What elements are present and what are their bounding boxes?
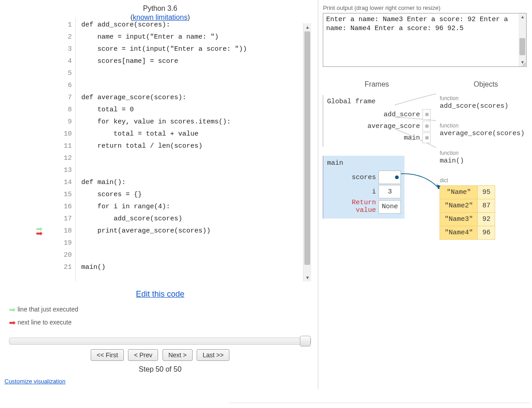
line-number: 15 — [49, 189, 72, 201]
var-i-value: 3 — [378, 185, 401, 198]
var-i-label: i — [327, 188, 378, 196]
object-func-3: function main() — [440, 150, 532, 165]
line-number: 12 — [49, 152, 72, 164]
var-pointer-box — [422, 109, 431, 120]
scroll-up-icon[interactable]: ▲ — [303, 23, 311, 31]
dict-key: "Name2" — [440, 199, 478, 213]
viz-pane: Print output (drag lower right corner to… — [318, 0, 532, 389]
arrow-red-icon: ➡ — [9, 318, 16, 327]
next-button[interactable]: Next > — [163, 349, 193, 361]
code-line — [81, 249, 311, 261]
code-line: scores[name] = score — [81, 55, 311, 67]
object-dict: dict "Name"95"Name2"87"Name3"92"Name4"96 — [440, 177, 532, 240]
scroll-thumb[interactable] — [304, 31, 310, 265]
dict-value: 87 — [478, 199, 495, 213]
code-line: score = int(input("Enter a score: ")) — [81, 43, 311, 55]
output-content: Enter a name: Name3 Enter a score: 92 En… — [326, 15, 523, 34]
main-frame: main scores i 3 Returnvalue None — [323, 156, 404, 219]
global-frame-title: Global frame — [327, 98, 431, 105]
code-scrollbar[interactable]: ▲ ▼ — [303, 23, 311, 281]
line-number: 20 — [49, 249, 72, 261]
output-label: Print output (drag lower right corner to… — [323, 4, 532, 11]
return-value: None — [378, 200, 401, 214]
line-number: 1 — [49, 19, 72, 31]
scroll-down-icon[interactable]: ▼ — [519, 59, 526, 66]
var-scores-label: scores — [327, 174, 378, 181]
scroll-thumb[interactable] — [519, 38, 525, 55]
line-number: 14 — [49, 176, 72, 189]
first-button[interactable]: << First — [91, 349, 123, 361]
dict-key: "Name" — [440, 186, 478, 199]
objects-header: Objects — [440, 80, 532, 88]
frames-header: Frames — [323, 80, 431, 88]
code-line: def average_score(scores): — [81, 92, 311, 104]
code-line — [81, 79, 311, 92]
code-line — [81, 67, 311, 79]
line-number: 5 — [49, 67, 72, 79]
dict-row: "Name3"92 — [440, 213, 495, 226]
scroll-up-icon[interactable]: ▲ — [519, 13, 526, 21]
line-number: 21 — [49, 261, 72, 273]
customize-link[interactable]: Customize visualization — [4, 378, 66, 385]
code-line: def add_score(scores): — [81, 19, 311, 31]
frames-objects: Frames Global frame add_scoreaverage_sco… — [323, 80, 532, 240]
code-line: total = total + value — [81, 128, 311, 140]
line-number: 16 — [49, 201, 72, 213]
slider-thumb[interactable] — [300, 336, 311, 347]
code-line: scores = {} — [81, 189, 311, 201]
line-number: 6 — [49, 79, 72, 92]
step-slider[interactable] — [9, 338, 311, 345]
legend-executed: line that just executed — [18, 306, 78, 313]
line-number: 18 — [49, 225, 72, 237]
output-scrollbar[interactable]: ▲ ▼ — [519, 13, 526, 66]
code-line: print(average_score(scores)) — [81, 225, 311, 237]
line-number: 17 — [49, 213, 72, 225]
step-controls: << First < Prev Next > Last >> — [4, 349, 316, 361]
line-number: 10 — [49, 128, 72, 140]
code-area: ➡➡ 123456789101112131415161718192021 def… — [49, 23, 311, 281]
dict-key: "Name4" — [440, 226, 478, 240]
code-line: for key, value in scores.items(): — [81, 116, 311, 128]
object-func-2: function average_score(scores) — [440, 123, 532, 137]
arrow-green-icon: ➡ — [9, 305, 16, 314]
edit-code-link[interactable]: Edit this code — [136, 290, 185, 298]
code-line: return total / len(scores) — [81, 140, 311, 152]
dict-row: "Name4"96 — [440, 226, 495, 240]
line-number: 19 — [49, 237, 72, 249]
global-var-row: add_score — [327, 109, 431, 120]
scroll-down-icon[interactable]: ▼ — [303, 274, 311, 281]
legend: ➡ line that just executed ➡ next line to… — [9, 303, 316, 329]
dict-key: "Name3" — [440, 213, 478, 226]
last-button[interactable]: Last >> — [197, 349, 229, 361]
line-number: 4 — [49, 55, 72, 67]
global-frame: Global frame add_scoreaverage_scoremain — [323, 95, 431, 147]
code-content: def add_score(scores): name = input("Ent… — [76, 18, 311, 281]
dict-table: "Name"95"Name2"87"Name3"92"Name4"96 — [440, 185, 495, 240]
step-label: Step 50 of 50 — [4, 365, 316, 373]
dict-value: 96 — [478, 226, 495, 240]
line-number: 8 — [49, 104, 72, 116]
legend-next: next line to execute — [18, 319, 72, 326]
prev-button[interactable]: < Prev — [128, 349, 158, 361]
line-number: 7 — [49, 92, 72, 104]
var-pointer-box — [422, 121, 431, 132]
code-line: for i in range(4): — [81, 201, 311, 213]
code-line — [81, 164, 311, 176]
line-number: 2 — [49, 31, 72, 43]
dict-row: "Name"95 — [440, 186, 495, 199]
return-label: Returnvalue — [327, 199, 378, 214]
var-name: add_score — [327, 111, 422, 118]
var-name: main — [327, 134, 422, 142]
dict-value: 92 — [478, 213, 495, 226]
var-scores-box — [378, 171, 401, 184]
code-line — [81, 237, 311, 249]
code-line: total = 0 — [81, 104, 311, 116]
main-frame-title: main — [327, 159, 401, 167]
output-box[interactable]: Enter a name: Name3 Enter a score: 92 En… — [323, 13, 527, 67]
line-number: 3 — [49, 43, 72, 55]
dict-value: 95 — [478, 186, 495, 199]
line-number: 9 — [49, 116, 72, 128]
dict-row: "Name2"87 — [440, 199, 495, 213]
code-line — [81, 152, 311, 164]
line-number-gutter: 123456789101112131415161718192021 — [49, 18, 76, 281]
